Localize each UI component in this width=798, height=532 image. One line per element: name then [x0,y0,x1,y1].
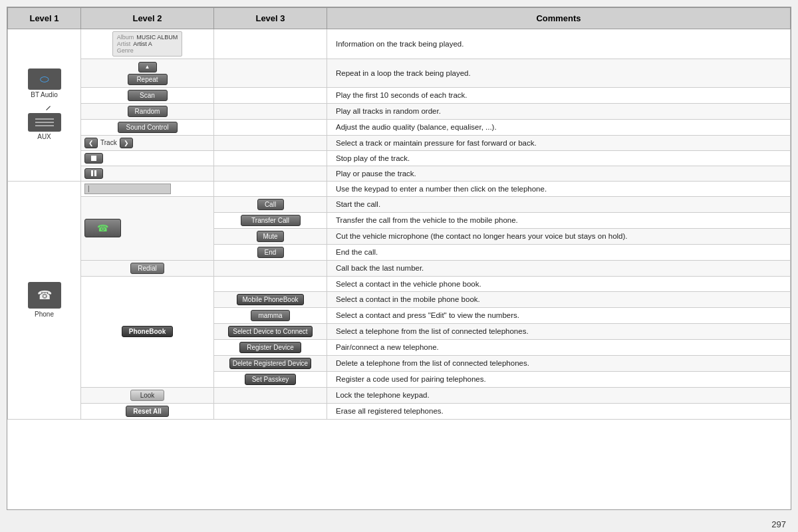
mobile-phonebook-button[interactable]: Mobile PhoneBook [237,294,305,305]
level3-empty-2 [214,59,327,88]
end-button[interactable]: End [257,247,284,258]
header-level1: Level 1 [8,8,81,29]
aux-line-3 [35,125,54,126]
comment-text: Select a track or maintain pressure for … [331,138,542,148]
genre-label: Genre [117,47,134,54]
artist-label: Artist [117,41,131,47]
call-button[interactable]: Call [257,199,284,210]
bt-audio-group: ⬭ BT Audio ⎯ [28,68,61,141]
bluetooth-icon: ⬭ [40,73,49,85]
random-button[interactable]: Random [128,106,168,117]
comment-end: End the call. [327,244,791,260]
level3-empty-8 [214,166,327,181]
comment-text: Select a telephone from the list of conn… [331,326,534,336]
track-label: Track [99,139,118,146]
comment-text: Repeat in a loop the track being played. [331,68,476,78]
delete-registered-button[interactable]: Delete Registered Device [229,358,311,369]
level2-stop [81,150,214,166]
phone-call-button[interactable]: ☎ [84,219,121,237]
aux-line-1 [35,118,54,120]
look-button[interactable]: Look [130,390,165,401]
set-passkey-button[interactable]: Set Passkey [245,374,297,385]
phonebook-group: PhoneBook [84,326,210,337]
level2-phone-icon: ☎ [81,196,214,260]
phonebook-button[interactable]: PhoneBook [122,326,174,337]
number-input[interactable]: | [84,184,171,194]
comment-redial: Call back the last number. [327,260,791,276]
aux-label: AUX [37,133,51,140]
comment-phonebook: Select a contact in the vehicle phone bo… [327,276,791,291]
scan-button[interactable]: Scan [128,90,168,101]
register-device-button[interactable]: Register Device [239,342,301,353]
comment-sound: Adjust the audio quality (balance, equal… [327,119,791,135]
transfer-call-button[interactable]: Transfer Call [241,215,301,226]
level3-passkey: Set Passkey [214,371,327,387]
level2-scan: Scan [81,87,214,103]
mute-button[interactable]: Mute [257,231,283,242]
phone-label: Phone [35,311,54,318]
header-level3: Level 3 [214,8,327,29]
table-row: Sound Control Adjust the audio quality (… [8,119,791,135]
level3-empty-13 [214,260,327,276]
level2-phonebook-group: PhoneBook [81,276,214,387]
comment-look: Lock the telephone keypad. [327,387,791,403]
comment-text: Information on the track being played. [331,39,469,49]
reset-all-button[interactable]: Reset All [126,406,168,417]
level2-redial: Redial [81,260,214,276]
comment-passkey: Register a code used for pairing telepho… [327,371,791,387]
pause-bar-1 [91,170,93,176]
sound-control-button[interactable]: Sound Control [118,122,178,133]
table-row: ❮ Track ❯ Select a track or maintain pre… [8,135,791,150]
level2-sound: Sound Control [81,119,214,135]
album-value: MUSIC ALBUM [136,34,178,41]
level2-album: Album MUSIC ALBUM Artist Artist A Genre [81,29,214,59]
table-row: ☎ Call Start the call. [8,196,791,212]
track-prev-button[interactable]: ❮ [84,138,98,148]
level1-btaudio: ⬭ BT Audio ⎯ [8,29,81,182]
mamma-button[interactable]: mamma [251,310,289,321]
comment-delete-reg: Delete a telephone from the list of conn… [327,355,791,371]
table-row: ☎ Phone | Use the keypad to enter a numb… [8,181,791,196]
comment-text: Select a contact in the vehicle phone bo… [331,279,487,289]
level3-empty-7 [214,150,327,166]
table-row: ⬭ BT Audio ⎯ [8,29,791,59]
comment-text: Lock the telephone keypad. [331,390,435,400]
level2-random: Random [81,103,214,119]
comment-text: Start the call. [331,199,386,209]
table-row: Redial Call back the last number. [8,260,791,276]
comment-select-device: Select a telephone from the list of conn… [327,323,791,339]
level3-empty-6 [214,135,327,150]
page-number: 297 [0,517,798,532]
comment-text: Play all tracks in random order. [331,106,446,116]
level3-empty-14 [214,276,327,291]
album-info-panel: Album MUSIC ALBUM Artist Artist A Genre [112,31,183,57]
track-next-button[interactable]: ❯ [120,138,133,148]
comment-mobile-phonebook: Select a contact in the mobile phone boo… [327,291,791,307]
up-arrow-button[interactable]: ▲ [138,62,157,72]
comment-text: Pair/connect a new telephone. [331,342,444,352]
repeat-button[interactable]: Repeat [128,74,168,85]
comment-repeat: Repeat in a loop the track being played. [327,59,791,88]
table-row: ▲ Repeat Repeat in a loop the track bein… [8,59,791,88]
pause-button[interactable] [84,168,103,179]
table-row: PhoneBook Select a contact in the vehicl… [8,276,791,291]
level3-mute: Mute [214,228,327,244]
comment-call: Start the call. [327,196,791,212]
phone-group: ☎ Phone [11,282,77,318]
comment-mamma: Select a contact and press "Edit" to vie… [327,307,791,323]
comment-album: Information on the track being played. [327,29,791,59]
redial-button[interactable]: Redial [130,263,164,274]
comment-track: Select a track or maintain pressure for … [327,135,791,150]
level3-empty-5 [214,119,327,135]
select-device-button[interactable]: Select Device to Connect [228,326,312,337]
comment-text: Delete a telephone from the list of conn… [331,358,535,368]
pause-bar-2 [94,170,96,176]
comment-text: Erase all registered telephones. [331,406,449,416]
aux-box [28,113,61,132]
comment-mute: Cut the vehicle microphone (the contact … [327,228,791,244]
comment-random: Play all tracks in random order. [327,103,791,119]
level3-call: Call [214,196,327,212]
stop-button[interactable] [84,153,103,164]
aux-lines [35,118,54,126]
comment-pause: Play or pause the track. [327,166,791,181]
